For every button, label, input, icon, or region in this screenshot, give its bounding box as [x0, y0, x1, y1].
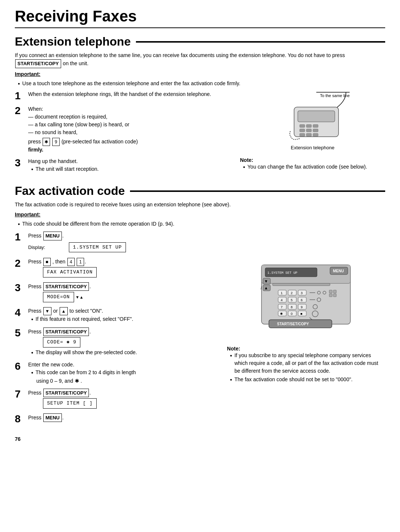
- svg-rect-37: [333, 294, 336, 297]
- start-set-copy-key-5: START/SET/COPY: [43, 327, 89, 336]
- phone-sublabel: Extension telephone: [291, 145, 334, 150]
- svg-text:7: 7: [281, 305, 283, 309]
- fax-step-content-7: Press START/SET/COPY. SETUP ITEM [ ]: [28, 389, 220, 410]
- fax-step-num-3: 3: [15, 282, 28, 294]
- fax-note: Note: If you subscribe to any special te…: [227, 343, 385, 384]
- fax-activation-two-col: 1 Press MENU. Display: 1.SYSTEM SET UP 2: [15, 232, 385, 428]
- svg-rect-36: [329, 294, 332, 297]
- svg-text:9: 9: [301, 305, 303, 309]
- important-label-ext: Important:: [15, 70, 385, 78]
- fax-step-num-5: 5: [15, 327, 28, 339]
- lcd-1: 1.SYSTEM SET UP: [69, 242, 126, 253]
- fax-note-bullet-1: If you subscribe to any special telephon…: [230, 352, 385, 375]
- svg-text:8: 8: [291, 305, 293, 309]
- down-arrow-key: ▼: [43, 307, 51, 315]
- fax-machine-illustration: 1.SYSTEM SET UP MENU ▼ / ▲: [258, 235, 354, 339]
- step5-bullet: The display will show the pre-selected c…: [31, 349, 220, 356]
- step6-bullet-1: This code can be from 2 to 4 digits in l…: [31, 369, 220, 376]
- extension-steps: 1 When the extension telephone rings, li…: [15, 90, 233, 178]
- fax-machine-svg: 1.SYSTEM SET UP MENU ▼ / ▲: [258, 235, 354, 339]
- menu-key-1: MENU: [43, 232, 62, 240]
- hash-key: ■: [43, 258, 51, 266]
- svg-text:2: 2: [291, 291, 293, 295]
- lcd-3: MODE=ON: [43, 292, 74, 302]
- svg-rect-5: [306, 124, 311, 127]
- step3-bullet: The unit will start reception.: [31, 165, 233, 173]
- svg-text:4: 4: [281, 298, 283, 302]
- extension-two-col: 1 When the extension telephone rings, li…: [15, 90, 385, 178]
- svg-text:✱: ✱: [280, 312, 283, 316]
- fax-step-num-7: 7: [15, 389, 28, 400]
- step-num-1: 1: [15, 90, 28, 102]
- fax-step-num-6: 6: [15, 361, 28, 372]
- svg-rect-10: [300, 133, 305, 136]
- star-key: ✱: [43, 138, 50, 146]
- fax-step-2: 2 Press ■ , then 4 1. FAX ACTIVATION: [15, 258, 220, 279]
- one-key: 1: [77, 258, 84, 266]
- fax-step-3: 3 Press START/SET/COPY. MODE=ON ▼▲: [15, 282, 220, 303]
- svg-text:0: 0: [291, 312, 293, 316]
- fax-step-7: 7 Press START/SET/COPY. SETUP ITEM [ ]: [15, 389, 220, 410]
- lcd-5: CODE= ✱ 9: [43, 337, 80, 348]
- step-content-1: When the extension telephone rings, lift…: [28, 90, 233, 98]
- svg-text:6: 6: [301, 298, 303, 302]
- svg-rect-3: [298, 111, 335, 122]
- svg-text:START/SET/COPY: START/SET/COPY: [277, 322, 309, 326]
- svg-text:■: ■: [300, 312, 302, 316]
- fax-step-content-4: Press ▼ or ▲ to select "ON". If this fea…: [28, 307, 220, 324]
- svg-text:▲: ▲: [264, 286, 268, 290]
- fax-step-content-6: Enter the new code. This code can be fro…: [28, 361, 220, 385]
- fax-step-4: 4 Press ▼ or ▲ to select "ON". If this f…: [15, 307, 220, 324]
- svg-rect-34: [329, 290, 332, 293]
- step-content-2: When: — document reception is required, …: [28, 105, 233, 154]
- step-num-2: 2: [15, 105, 28, 117]
- important-bullet-ext: Use a touch tone telephone as the extens…: [18, 80, 385, 87]
- start-set-copy-key-intro: START/SET/COPY: [15, 59, 61, 68]
- svg-text:5: 5: [291, 298, 293, 302]
- svg-text:▼: ▼: [264, 279, 268, 283]
- step-num-3: 3: [15, 157, 28, 169]
- four-key: 4: [67, 258, 75, 266]
- up-arrow-key: ▲: [60, 307, 68, 315]
- fax-activation-section: Fax activation code The fax activation c…: [15, 184, 385, 428]
- fax-note-bullet-2: The fax activation code should not be se…: [230, 376, 385, 383]
- start-set-copy-key-3: START/SET/COPY: [43, 282, 89, 291]
- ext-step-1: 1 When the extension telephone rings, li…: [15, 90, 233, 102]
- ext-step-2: 2 When: — document reception is required…: [15, 105, 233, 154]
- svg-rect-4: [300, 124, 305, 127]
- fax-step-content-5: Press START/SET/COPY. CODE= ✱ 9 The disp…: [28, 327, 220, 357]
- triangle-sym-3: ▼▲: [76, 294, 84, 300]
- fax-step-content-8: Press MENU.: [28, 413, 220, 422]
- extension-telephone-section: Extension telephone If you connect an ex…: [15, 35, 385, 177]
- lcd-2: FAX ACTIVATION: [43, 267, 97, 277]
- fax-step-5: 5 Press START/SET/COPY. CODE= ✱ 9 The di…: [15, 327, 220, 357]
- svg-rect-12: [313, 133, 318, 136]
- fax-step-content-2: Press ■ , then 4 1. FAX ACTIVATION: [28, 258, 220, 279]
- step6-sub: using 0 – 9, and ✱ .: [36, 377, 220, 385]
- important-label-fax: Important:: [15, 211, 385, 219]
- svg-rect-8: [306, 129, 311, 132]
- fax-step-content-1: Press MENU. Display: 1.SYSTEM SET UP: [28, 232, 220, 254]
- fax-step-num-4: 4: [15, 307, 28, 319]
- step-content-3: Hang up the handset. The unit will start…: [28, 157, 233, 174]
- fax-machine-side: 1.SYSTEM SET UP MENU ▼ / ▲: [227, 232, 385, 428]
- fax-step-num-1: 1: [15, 232, 28, 243]
- fax-step-num-8: 8: [15, 413, 28, 425]
- fax-step-6: 6 Enter the new code. This code can be f…: [15, 361, 220, 385]
- fax-steps: 1 Press MENU. Display: 1.SYSTEM SET UP 2: [15, 232, 220, 428]
- extension-intro: If you connect an extension telephone to…: [15, 51, 385, 68]
- start-set-copy-key-7: START/SET/COPY: [43, 389, 89, 398]
- svg-text:1.SYSTEM SET UP: 1.SYSTEM SET UP: [267, 271, 297, 275]
- svg-rect-35: [333, 290, 336, 293]
- svg-rect-24: [273, 283, 330, 286]
- note-bullet-ext: You can change the fax activation code (…: [243, 163, 367, 171]
- lcd-7: SETUP ITEM [ ]: [43, 398, 97, 409]
- extension-phone-illustration: To the same line: [240, 90, 385, 178]
- extension-telephone-heading: Extension telephone: [15, 35, 385, 49]
- fax-step-1: 1 Press MENU. Display: 1.SYSTEM SET UP: [15, 232, 220, 254]
- fax-activation-intro: The fax activation code is required to r…: [15, 201, 385, 209]
- phone-svg: To the same line: [272, 90, 353, 142]
- fax-activation-heading: Fax activation code: [15, 184, 385, 198]
- ext-note: Note: You can change the fax activation …: [240, 154, 367, 172]
- ext-step-3: 3 Hang up the handset. The unit will sta…: [15, 157, 233, 174]
